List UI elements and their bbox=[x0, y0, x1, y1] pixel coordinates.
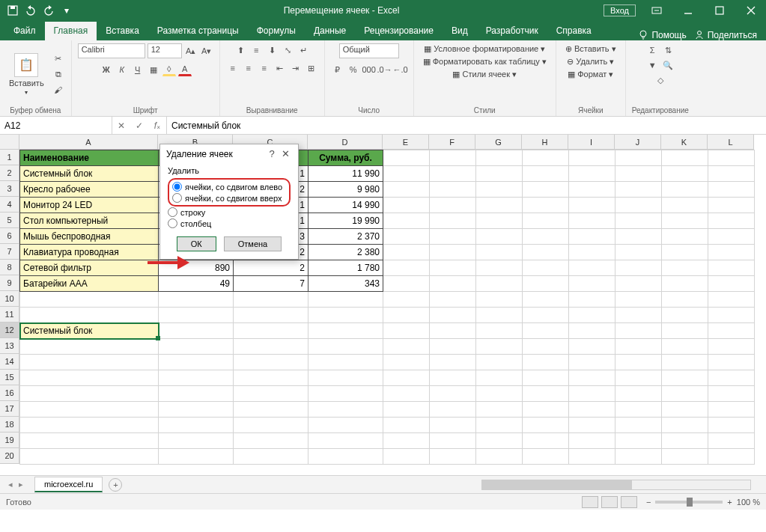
comma-icon[interactable]: 000 bbox=[362, 63, 376, 76]
column-header[interactable]: A bbox=[19, 135, 158, 150]
cell[interactable] bbox=[476, 370, 523, 386]
cell[interactable] bbox=[20, 370, 159, 386]
cell[interactable] bbox=[308, 386, 383, 402]
cell[interactable]: Монитор 24 LED bbox=[20, 198, 159, 213]
cell[interactable] bbox=[234, 339, 308, 355]
cell[interactable] bbox=[662, 402, 708, 418]
cell[interactable] bbox=[615, 182, 662, 198]
cell[interactable] bbox=[383, 402, 430, 418]
cell[interactable] bbox=[708, 449, 755, 465]
cell[interactable] bbox=[159, 433, 234, 449]
tab-home[interactable]: Главная bbox=[45, 22, 97, 40]
cell[interactable] bbox=[523, 386, 569, 402]
row-header[interactable]: 17 bbox=[0, 401, 19, 417]
align-center-icon[interactable]: ≡ bbox=[242, 61, 255, 75]
cell[interactable] bbox=[523, 292, 569, 308]
row-header[interactable]: 1 bbox=[0, 150, 19, 165]
cell[interactable] bbox=[662, 166, 708, 182]
cell[interactable] bbox=[430, 418, 476, 433]
cell[interactable] bbox=[615, 245, 662, 260]
cell[interactable] bbox=[708, 339, 755, 355]
cell[interactable] bbox=[430, 260, 476, 276]
cell[interactable] bbox=[569, 182, 615, 198]
decrease-font-icon[interactable]: A▾ bbox=[200, 44, 213, 58]
merge-icon[interactable]: ⊞ bbox=[305, 61, 318, 75]
align-bottom-icon[interactable]: ⬇ bbox=[265, 43, 279, 57]
cell[interactable] bbox=[476, 449, 523, 465]
orientation-icon[interactable]: ⤡ bbox=[281, 43, 294, 57]
cell[interactable]: 2 bbox=[234, 260, 308, 276]
cell[interactable] bbox=[708, 386, 755, 402]
cell[interactable] bbox=[662, 418, 708, 433]
cell[interactable] bbox=[383, 323, 430, 339]
cell[interactable] bbox=[523, 418, 569, 433]
cell[interactable] bbox=[430, 213, 476, 229]
cell[interactable] bbox=[569, 308, 615, 323]
cut-icon[interactable]: ✂ bbox=[52, 52, 65, 65]
cell[interactable] bbox=[569, 150, 615, 166]
cell[interactable] bbox=[383, 339, 430, 355]
underline-button[interactable]: Ч bbox=[131, 63, 145, 76]
tab-insert[interactable]: Вставка bbox=[97, 22, 148, 40]
font-size-select[interactable]: 12 bbox=[148, 43, 182, 58]
fill-color-icon[interactable]: ◊ bbox=[162, 63, 176, 76]
cell[interactable] bbox=[430, 198, 476, 213]
align-top-icon[interactable]: ⬆ bbox=[234, 43, 247, 57]
cell[interactable]: 2 380 bbox=[308, 245, 383, 260]
cell[interactable] bbox=[615, 150, 662, 166]
cell[interactable] bbox=[308, 308, 383, 323]
cell[interactable] bbox=[234, 323, 308, 339]
cell[interactable] bbox=[159, 386, 234, 402]
cell[interactable] bbox=[234, 370, 308, 386]
column-header[interactable]: J bbox=[615, 135, 661, 150]
cell[interactable] bbox=[430, 229, 476, 245]
cell[interactable] bbox=[20, 355, 159, 370]
fx-icon[interactable]: fₓ bbox=[148, 120, 166, 131]
cell[interactable] bbox=[569, 339, 615, 355]
cell[interactable] bbox=[569, 323, 615, 339]
cell[interactable] bbox=[159, 402, 234, 418]
add-sheet-icon[interactable]: + bbox=[109, 478, 122, 492]
cell[interactable] bbox=[430, 402, 476, 418]
cell[interactable]: 14 990 bbox=[308, 198, 383, 213]
cell[interactable] bbox=[569, 166, 615, 182]
cell[interactable] bbox=[476, 182, 523, 198]
cell[interactable] bbox=[20, 339, 159, 355]
row-header[interactable]: 5 bbox=[0, 213, 19, 228]
cell[interactable] bbox=[523, 182, 569, 198]
find-icon[interactable]: 🔍 bbox=[661, 58, 675, 72]
cell[interactable] bbox=[569, 276, 615, 292]
cell[interactable] bbox=[430, 433, 476, 449]
dialog-help-icon[interactable]: ? bbox=[265, 148, 279, 159]
cell[interactable] bbox=[383, 229, 430, 245]
cell[interactable] bbox=[615, 449, 662, 465]
cell[interactable] bbox=[615, 386, 662, 402]
cell[interactable] bbox=[234, 402, 308, 418]
cell[interactable] bbox=[615, 166, 662, 182]
cell[interactable] bbox=[476, 418, 523, 433]
sheet-nav-last-icon[interactable]: ▸ bbox=[16, 480, 25, 489]
cell[interactable] bbox=[569, 402, 615, 418]
align-right-icon[interactable]: ≡ bbox=[258, 61, 271, 75]
view-normal-icon[interactable] bbox=[582, 496, 598, 508]
cell[interactable]: Сетевой фильтр bbox=[20, 260, 159, 276]
cell[interactable] bbox=[523, 370, 569, 386]
increase-font-icon[interactable]: A▴ bbox=[184, 44, 198, 58]
cell[interactable] bbox=[569, 386, 615, 402]
cell[interactable] bbox=[159, 418, 234, 433]
cell[interactable] bbox=[476, 229, 523, 245]
cell[interactable] bbox=[476, 213, 523, 229]
cell[interactable] bbox=[708, 276, 755, 292]
sort-filter-icon[interactable]: ⇅ bbox=[661, 43, 675, 57]
cell[interactable] bbox=[159, 292, 234, 308]
cell[interactable] bbox=[569, 213, 615, 229]
cell[interactable] bbox=[523, 355, 569, 370]
row-header[interactable]: 20 bbox=[0, 448, 19, 464]
cell[interactable] bbox=[20, 418, 159, 433]
cell[interactable] bbox=[662, 308, 708, 323]
format-cells-button[interactable]: ▦ Формат ▾ bbox=[565, 69, 616, 80]
cell[interactable] bbox=[383, 418, 430, 433]
cell[interactable] bbox=[708, 370, 755, 386]
row-header[interactable]: 6 bbox=[0, 228, 19, 244]
cell[interactable] bbox=[430, 308, 476, 323]
